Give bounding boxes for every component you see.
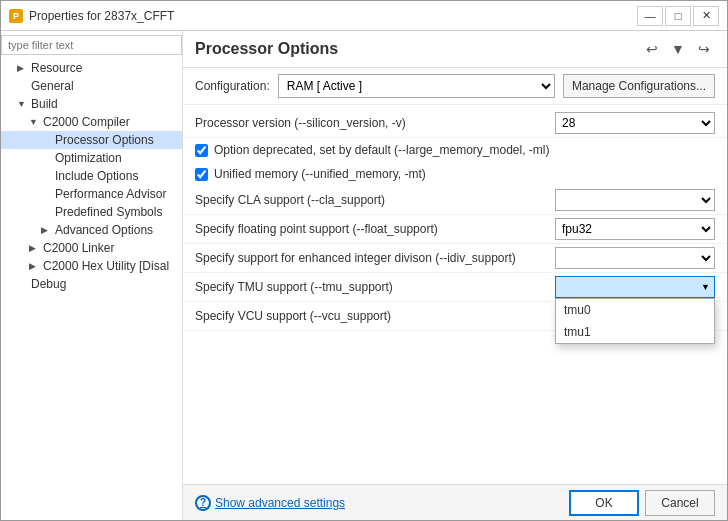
- option-label-tmu_support: Specify TMU support (--tmu_support): [195, 280, 555, 294]
- select-idiv_support[interactable]: idiv0: [555, 247, 715, 269]
- sidebar-label-c2000hexutility: C2000 Hex Utility [Disal: [43, 259, 169, 273]
- help-icon: ?: [195, 495, 211, 511]
- show-advanced-link[interactable]: ? Show advanced settings: [195, 495, 345, 511]
- sidebar-label-debug: Debug: [31, 277, 66, 291]
- sidebar-label-c2000linker: C2000 Linker: [43, 241, 114, 255]
- close-button[interactable]: ✕: [693, 6, 719, 26]
- sidebar-label-c2000compiler: C2000 Compiler: [43, 115, 130, 129]
- option-value-processor_version: 282220: [555, 112, 715, 134]
- expand-arrow-build: ▼: [17, 99, 27, 109]
- window-title: Properties for 2837x_CFFT: [29, 9, 631, 23]
- window-icon: P: [9, 9, 23, 23]
- sidebar-item-debug[interactable]: Debug: [1, 275, 182, 293]
- checkbox-label-unified_memory: Unified memory (--unified_memory, -mt): [214, 167, 426, 181]
- cancel-button[interactable]: Cancel: [645, 490, 715, 516]
- option-label-float_support: Specify floating point support (--float_…: [195, 222, 555, 236]
- nav-back-button[interactable]: ↩: [641, 39, 663, 59]
- option-value-tmu_support: ▼tmu0tmu1: [555, 276, 715, 298]
- right-panel: Processor Options ↩ ▼ ↪ Configuration: R…: [183, 31, 727, 520]
- sidebar-item-general[interactable]: General: [1, 77, 182, 95]
- option-row-option_deprecated: Option deprecated, set by default (--lar…: [183, 138, 727, 162]
- dialog-buttons: OK Cancel: [569, 490, 715, 516]
- sidebar-label-advancedoptions: Advanced Options: [55, 223, 153, 237]
- option-row-unified_memory: Unified memory (--unified_memory, -mt): [183, 162, 727, 186]
- manage-configurations-button[interactable]: Manage Configurations...: [563, 74, 715, 98]
- sidebar-label-build: Build: [31, 97, 58, 111]
- header-actions: ↩ ▼ ↪: [641, 39, 715, 59]
- dropdown-item-tmu1[interactable]: tmu1: [556, 321, 714, 343]
- checkbox-label-option_deprecated: Option deprecated, set by default (--lar…: [214, 143, 549, 157]
- sidebar-label-performanceadvisor: Performance Advisor: [55, 187, 166, 201]
- sidebar-item-includeoptions[interactable]: Include Options: [1, 167, 182, 185]
- config-bar: Configuration: RAM [ Active ] Manage Con…: [183, 68, 727, 105]
- option-value-float_support: fpu32fpu64: [555, 218, 715, 240]
- option-label-cla_support: Specify CLA support (--cla_support): [195, 193, 555, 207]
- dropdown-trigger-tmu_support[interactable]: ▼: [555, 276, 715, 298]
- select-processor_version[interactable]: 282220: [555, 112, 715, 134]
- sidebar: ▶ResourceGeneral▼Build▼C2000 CompilerPro…: [1, 31, 183, 520]
- nav-dropdown-button[interactable]: ▼: [667, 39, 689, 59]
- sidebar-item-c2000compiler[interactable]: ▼C2000 Compiler: [1, 113, 182, 131]
- select-float_support[interactable]: fpu32fpu64: [555, 218, 715, 240]
- sidebar-item-c2000hexutility[interactable]: ▶C2000 Hex Utility [Disal: [1, 257, 182, 275]
- dropdown-item-tmu0[interactable]: tmu0: [556, 299, 714, 321]
- minimize-button[interactable]: —: [637, 6, 663, 26]
- sidebar-item-c2000linker[interactable]: ▶C2000 Linker: [1, 239, 182, 257]
- option-value-idiv_support: idiv0: [555, 247, 715, 269]
- sidebar-item-optimization[interactable]: Optimization: [1, 149, 182, 167]
- sidebar-item-performanceadvisor[interactable]: Performance Advisor: [1, 185, 182, 203]
- sidebar-label-resource: Resource: [31, 61, 82, 75]
- sidebar-item-build[interactable]: ▼Build: [1, 95, 182, 113]
- sidebar-label-processoroptions: Processor Options: [55, 133, 154, 147]
- option-label-processor_version: Processor version (--silicon_version, -v…: [195, 116, 555, 130]
- filter-input[interactable]: [1, 35, 182, 55]
- nav-forward-button[interactable]: ↪: [693, 39, 715, 59]
- show-advanced-label: Show advanced settings: [215, 496, 345, 510]
- title-bar-buttons: — □ ✕: [637, 6, 719, 26]
- sidebar-label-predefinedsymbols: Predefined Symbols: [55, 205, 162, 219]
- sidebar-item-resource[interactable]: ▶Resource: [1, 59, 182, 77]
- select-cla_support[interactable]: cla0cla1cla2: [555, 189, 715, 211]
- sidebar-item-advancedoptions[interactable]: ▶Advanced Options: [1, 221, 182, 239]
- option-row-idiv_support: Specify support for enhanced integer div…: [183, 244, 727, 273]
- option-value-cla_support: cla0cla1cla2: [555, 189, 715, 211]
- expand-arrow-c2000linker: ▶: [29, 243, 39, 253]
- expand-arrow-resource: ▶: [17, 63, 27, 73]
- option-label-vcu_support: Specify VCU support (--vcu_support): [195, 309, 555, 323]
- option-row-float_support: Specify floating point support (--float_…: [183, 215, 727, 244]
- option-row-tmu_support: Specify TMU support (--tmu_support)▼tmu0…: [183, 273, 727, 302]
- sidebar-label-optimization: Optimization: [55, 151, 122, 165]
- expand-arrow-c2000hexutility: ▶: [29, 261, 39, 271]
- config-select[interactable]: RAM [ Active ]: [278, 74, 555, 98]
- option-row-processor_version: Processor version (--silicon_version, -v…: [183, 109, 727, 138]
- dropdown-arrow-tmu_support: ▼: [701, 282, 710, 292]
- main-window: P Properties for 2837x_CFFT — □ ✕ ▶Resou…: [0, 0, 728, 521]
- option-label-idiv_support: Specify support for enhanced integer div…: [195, 251, 555, 265]
- tree-container: ▶ResourceGeneral▼Build▼C2000 CompilerPro…: [1, 59, 182, 293]
- expand-arrow-c2000compiler: ▼: [29, 117, 39, 127]
- config-label: Configuration:: [195, 79, 270, 93]
- ok-button[interactable]: OK: [569, 490, 639, 516]
- sidebar-item-processoroptions[interactable]: Processor Options: [1, 131, 182, 149]
- checkbox-unified_memory[interactable]: [195, 168, 208, 181]
- sidebar-label-general: General: [31, 79, 74, 93]
- panel-title: Processor Options: [195, 40, 338, 58]
- maximize-button[interactable]: □: [665, 6, 691, 26]
- sidebar-item-predefinedsymbols[interactable]: Predefined Symbols: [1, 203, 182, 221]
- sidebar-label-includeoptions: Include Options: [55, 169, 138, 183]
- expand-arrow-advancedoptions: ▶: [41, 225, 51, 235]
- main-content: ▶ResourceGeneral▼Build▼C2000 CompilerPro…: [1, 31, 727, 520]
- options-grid: Processor version (--silicon_version, -v…: [183, 105, 727, 484]
- panel-header: Processor Options ↩ ▼ ↪: [183, 31, 727, 68]
- title-bar: P Properties for 2837x_CFFT — □ ✕: [1, 1, 727, 31]
- checkbox-option_deprecated[interactable]: [195, 144, 208, 157]
- option-row-cla_support: Specify CLA support (--cla_support)cla0c…: [183, 186, 727, 215]
- bottom-bar: ? Show advanced settings OK Cancel: [183, 484, 727, 520]
- dropdown-list-tmu_support: tmu0tmu1: [555, 298, 715, 344]
